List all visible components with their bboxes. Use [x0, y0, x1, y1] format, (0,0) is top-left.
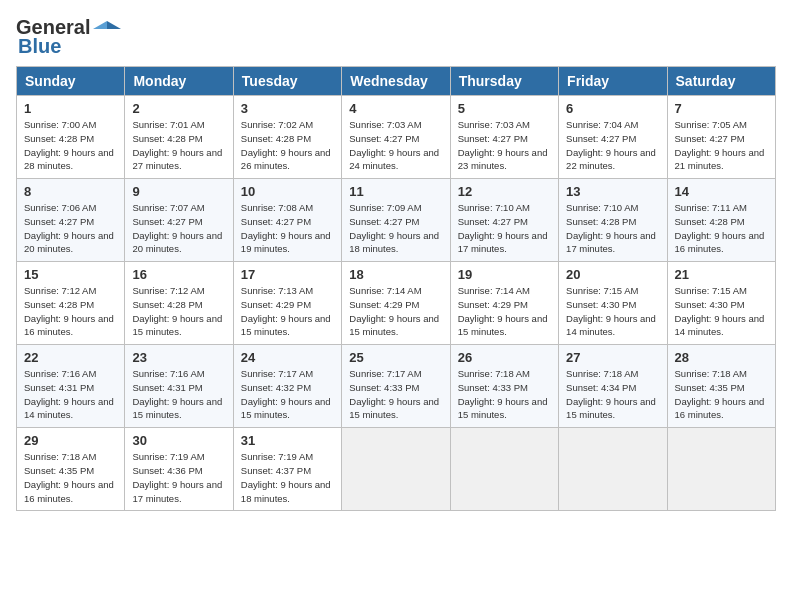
day-info: Sunrise: 7:08 AMSunset: 4:27 PMDaylight:… — [241, 201, 334, 256]
day-number: 8 — [24, 184, 117, 199]
calendar-cell: 4Sunrise: 7:03 AMSunset: 4:27 PMDaylight… — [342, 96, 450, 179]
calendar-cell: 29Sunrise: 7:18 AMSunset: 4:35 PMDayligh… — [17, 428, 125, 511]
day-number: 2 — [132, 101, 225, 116]
day-number: 29 — [24, 433, 117, 448]
day-info: Sunrise: 7:18 AMSunset: 4:35 PMDaylight:… — [675, 367, 768, 422]
day-number: 30 — [132, 433, 225, 448]
day-number: 28 — [675, 350, 768, 365]
calendar-cell: 21Sunrise: 7:15 AMSunset: 4:30 PMDayligh… — [667, 262, 775, 345]
day-number: 12 — [458, 184, 551, 199]
day-number: 31 — [241, 433, 334, 448]
calendar-cell: 27Sunrise: 7:18 AMSunset: 4:34 PMDayligh… — [559, 345, 667, 428]
day-number: 17 — [241, 267, 334, 282]
calendar-cell: 22Sunrise: 7:16 AMSunset: 4:31 PMDayligh… — [17, 345, 125, 428]
day-number: 10 — [241, 184, 334, 199]
day-info: Sunrise: 7:16 AMSunset: 4:31 PMDaylight:… — [24, 367, 117, 422]
logo-bird-icon — [93, 19, 121, 37]
calendar-cell: 15Sunrise: 7:12 AMSunset: 4:28 PMDayligh… — [17, 262, 125, 345]
day-info: Sunrise: 7:02 AMSunset: 4:28 PMDaylight:… — [241, 118, 334, 173]
day-number: 3 — [241, 101, 334, 116]
calendar-cell — [667, 428, 775, 511]
day-info: Sunrise: 7:11 AMSunset: 4:28 PMDaylight:… — [675, 201, 768, 256]
day-number: 24 — [241, 350, 334, 365]
day-number: 16 — [132, 267, 225, 282]
calendar-cell: 24Sunrise: 7:17 AMSunset: 4:32 PMDayligh… — [233, 345, 341, 428]
calendar-cell: 26Sunrise: 7:18 AMSunset: 4:33 PMDayligh… — [450, 345, 558, 428]
calendar-cell: 13Sunrise: 7:10 AMSunset: 4:28 PMDayligh… — [559, 179, 667, 262]
day-number: 7 — [675, 101, 768, 116]
day-number: 20 — [566, 267, 659, 282]
calendar-cell — [342, 428, 450, 511]
day-number: 14 — [675, 184, 768, 199]
day-number: 21 — [675, 267, 768, 282]
day-number: 19 — [458, 267, 551, 282]
day-number: 18 — [349, 267, 442, 282]
day-info: Sunrise: 7:03 AMSunset: 4:27 PMDaylight:… — [349, 118, 442, 173]
day-info: Sunrise: 7:03 AMSunset: 4:27 PMDaylight:… — [458, 118, 551, 173]
calendar-cell: 18Sunrise: 7:14 AMSunset: 4:29 PMDayligh… — [342, 262, 450, 345]
calendar-row: 8Sunrise: 7:06 AMSunset: 4:27 PMDaylight… — [17, 179, 776, 262]
calendar-cell: 19Sunrise: 7:14 AMSunset: 4:29 PMDayligh… — [450, 262, 558, 345]
calendar-cell: 14Sunrise: 7:11 AMSunset: 4:28 PMDayligh… — [667, 179, 775, 262]
weekday-header-row: SundayMondayTuesdayWednesdayThursdayFrid… — [17, 67, 776, 96]
day-number: 4 — [349, 101, 442, 116]
calendar-cell: 3Sunrise: 7:02 AMSunset: 4:28 PMDaylight… — [233, 96, 341, 179]
day-info: Sunrise: 7:19 AMSunset: 4:37 PMDaylight:… — [241, 450, 334, 505]
calendar-cell: 20Sunrise: 7:15 AMSunset: 4:30 PMDayligh… — [559, 262, 667, 345]
day-info: Sunrise: 7:05 AMSunset: 4:27 PMDaylight:… — [675, 118, 768, 173]
calendar-cell: 5Sunrise: 7:03 AMSunset: 4:27 PMDaylight… — [450, 96, 558, 179]
calendar-cell: 11Sunrise: 7:09 AMSunset: 4:27 PMDayligh… — [342, 179, 450, 262]
calendar-row: 15Sunrise: 7:12 AMSunset: 4:28 PMDayligh… — [17, 262, 776, 345]
calendar-cell: 23Sunrise: 7:16 AMSunset: 4:31 PMDayligh… — [125, 345, 233, 428]
svg-marker-0 — [107, 21, 121, 29]
day-info: Sunrise: 7:19 AMSunset: 4:36 PMDaylight:… — [132, 450, 225, 505]
day-info: Sunrise: 7:14 AMSunset: 4:29 PMDaylight:… — [458, 284, 551, 339]
day-info: Sunrise: 7:18 AMSunset: 4:34 PMDaylight:… — [566, 367, 659, 422]
calendar-cell: 10Sunrise: 7:08 AMSunset: 4:27 PMDayligh… — [233, 179, 341, 262]
day-info: Sunrise: 7:15 AMSunset: 4:30 PMDaylight:… — [566, 284, 659, 339]
calendar-cell: 8Sunrise: 7:06 AMSunset: 4:27 PMDaylight… — [17, 179, 125, 262]
day-number: 25 — [349, 350, 442, 365]
day-info: Sunrise: 7:15 AMSunset: 4:30 PMDaylight:… — [675, 284, 768, 339]
day-info: Sunrise: 7:14 AMSunset: 4:29 PMDaylight:… — [349, 284, 442, 339]
day-number: 23 — [132, 350, 225, 365]
calendar-cell: 31Sunrise: 7:19 AMSunset: 4:37 PMDayligh… — [233, 428, 341, 511]
day-info: Sunrise: 7:09 AMSunset: 4:27 PMDaylight:… — [349, 201, 442, 256]
calendar-cell: 17Sunrise: 7:13 AMSunset: 4:29 PMDayligh… — [233, 262, 341, 345]
day-info: Sunrise: 7:10 AMSunset: 4:28 PMDaylight:… — [566, 201, 659, 256]
calendar-table: SundayMondayTuesdayWednesdayThursdayFrid… — [16, 66, 776, 511]
weekday-header: Sunday — [17, 67, 125, 96]
weekday-header: Saturday — [667, 67, 775, 96]
calendar-cell: 1Sunrise: 7:00 AMSunset: 4:28 PMDaylight… — [17, 96, 125, 179]
day-number: 26 — [458, 350, 551, 365]
day-info: Sunrise: 7:10 AMSunset: 4:27 PMDaylight:… — [458, 201, 551, 256]
day-info: Sunrise: 7:18 AMSunset: 4:35 PMDaylight:… — [24, 450, 117, 505]
day-number: 27 — [566, 350, 659, 365]
day-info: Sunrise: 7:17 AMSunset: 4:32 PMDaylight:… — [241, 367, 334, 422]
calendar-cell: 30Sunrise: 7:19 AMSunset: 4:36 PMDayligh… — [125, 428, 233, 511]
calendar-cell: 9Sunrise: 7:07 AMSunset: 4:27 PMDaylight… — [125, 179, 233, 262]
weekday-header: Friday — [559, 67, 667, 96]
calendar-cell — [450, 428, 558, 511]
day-number: 22 — [24, 350, 117, 365]
day-number: 15 — [24, 267, 117, 282]
day-number: 1 — [24, 101, 117, 116]
day-info: Sunrise: 7:18 AMSunset: 4:33 PMDaylight:… — [458, 367, 551, 422]
calendar-cell: 12Sunrise: 7:10 AMSunset: 4:27 PMDayligh… — [450, 179, 558, 262]
day-info: Sunrise: 7:01 AMSunset: 4:28 PMDaylight:… — [132, 118, 225, 173]
day-info: Sunrise: 7:12 AMSunset: 4:28 PMDaylight:… — [24, 284, 117, 339]
calendar-row: 22Sunrise: 7:16 AMSunset: 4:31 PMDayligh… — [17, 345, 776, 428]
day-number: 11 — [349, 184, 442, 199]
page-header: General Blue — [16, 16, 776, 58]
logo: General Blue — [16, 16, 121, 58]
calendar-cell: 2Sunrise: 7:01 AMSunset: 4:28 PMDaylight… — [125, 96, 233, 179]
day-info: Sunrise: 7:13 AMSunset: 4:29 PMDaylight:… — [241, 284, 334, 339]
day-info: Sunrise: 7:17 AMSunset: 4:33 PMDaylight:… — [349, 367, 442, 422]
day-info: Sunrise: 7:12 AMSunset: 4:28 PMDaylight:… — [132, 284, 225, 339]
calendar-cell: 28Sunrise: 7:18 AMSunset: 4:35 PMDayligh… — [667, 345, 775, 428]
calendar-cell: 16Sunrise: 7:12 AMSunset: 4:28 PMDayligh… — [125, 262, 233, 345]
weekday-header: Thursday — [450, 67, 558, 96]
calendar-cell — [559, 428, 667, 511]
day-number: 9 — [132, 184, 225, 199]
calendar-cell: 7Sunrise: 7:05 AMSunset: 4:27 PMDaylight… — [667, 96, 775, 179]
